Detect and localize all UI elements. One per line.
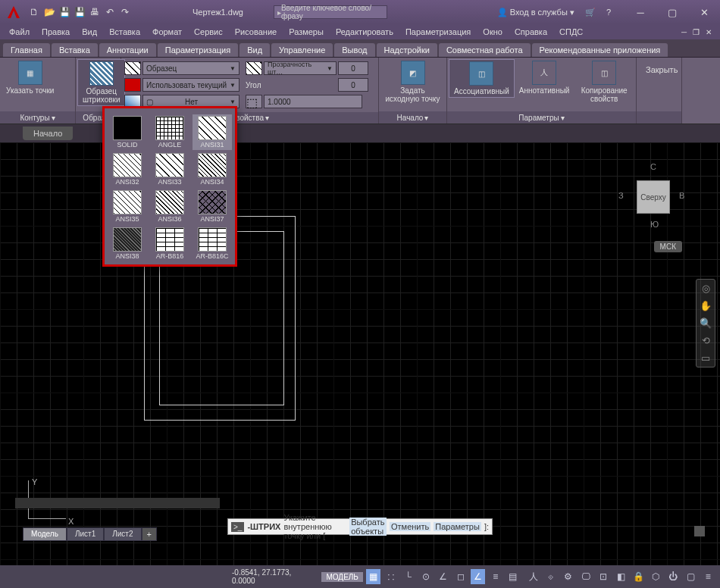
- nav-pan-icon[interactable]: ✋: [700, 300, 712, 311]
- menu-help[interactable]: Справка: [509, 26, 553, 38]
- sb-scale-icon[interactable]: ⟐: [543, 569, 558, 584]
- layout-sheet2[interactable]: Лист2: [104, 527, 141, 541]
- menu-view[interactable]: Вид: [76, 26, 103, 38]
- nav-zoom-icon[interactable]: 🔍: [700, 317, 712, 329]
- minimize-button[interactable]: ─: [625, 0, 656, 24]
- sb-ws-icon[interactable]: ⚙: [561, 569, 575, 584]
- sb-iso2-icon[interactable]: ⬡: [649, 569, 663, 584]
- hatch-color-dropdown[interactable]: Использовать текущий▼: [142, 78, 239, 92]
- scale-input[interactable]: [264, 95, 362, 108]
- sb-custom-icon[interactable]: ≡: [701, 569, 715, 584]
- sb-polar-icon[interactable]: ⊙: [418, 569, 433, 584]
- pattern-ansi35[interactable]: ANSI35: [108, 189, 147, 224]
- sb-transp-icon[interactable]: ▤: [506, 569, 520, 584]
- sb-otrack-icon[interactable]: ∠: [471, 569, 485, 584]
- associative-button[interactable]: ◫ Ассоциативный: [449, 59, 515, 98]
- sb-hw-icon[interactable]: ⏻: [666, 569, 681, 584]
- sb-qp-icon[interactable]: ◧: [614, 569, 628, 584]
- menu-format[interactable]: Формат: [146, 26, 188, 38]
- sb-iso-icon[interactable]: ∠: [436, 569, 450, 584]
- tab-home[interactable]: Главная: [3, 43, 50, 57]
- print-icon[interactable]: 🖶: [88, 5, 102, 19]
- viewcube[interactable]: С Ю З В Сверху: [614, 158, 690, 233]
- tab-featured[interactable]: Рекомендованные приложения: [532, 43, 668, 57]
- signin-button[interactable]: 👤 Вход в службы ▾: [494, 8, 578, 17]
- app-logo[interactable]: [3, 2, 24, 23]
- nav-wheel-icon[interactable]: ◎: [702, 283, 710, 294]
- doc-min-icon[interactable]: ─: [679, 28, 689, 36]
- menu-insert[interactable]: Вставка: [103, 26, 146, 38]
- menu-draw[interactable]: Рисование: [229, 26, 283, 38]
- command-line[interactable]: >_ -ШТРИХ Укажите внутреннюю точку или […: [227, 518, 493, 535]
- menu-window[interactable]: Окно: [477, 26, 509, 38]
- open-icon[interactable]: 📂: [42, 5, 56, 19]
- pattern-ansi37[interactable]: ANSI37: [193, 189, 232, 224]
- new-icon[interactable]: 🗋: [27, 5, 41, 19]
- start-tab[interactable]: Начало: [23, 127, 73, 140]
- doc-close-icon[interactable]: ✕: [703, 28, 714, 36]
- sb-snap-icon[interactable]: ⸬: [383, 569, 398, 584]
- hatch-type-dropdown[interactable]: Образец▼: [142, 61, 239, 75]
- layout-model[interactable]: Модель: [23, 527, 67, 541]
- viewcube-s[interactable]: Ю: [650, 220, 659, 229]
- mode-badge[interactable]: МОДЕЛЬ: [321, 572, 362, 582]
- doc-restore-icon[interactable]: ❐: [690, 28, 702, 36]
- scroll-handle[interactable]: [15, 498, 220, 508]
- close-button[interactable]: ✕: [688, 0, 720, 24]
- tab-output[interactable]: Вывод: [334, 43, 374, 57]
- sb-lock-icon[interactable]: 🔒: [631, 569, 646, 584]
- menu-file[interactable]: Файл: [3, 26, 36, 38]
- layout-add[interactable]: +: [142, 527, 157, 541]
- pattern-ansi36[interactable]: ANSI36: [150, 189, 189, 224]
- search-input[interactable]: ▸ Введите ключевое слово/фразу: [274, 5, 387, 19]
- angle-input[interactable]: [338, 78, 368, 92]
- menu-dimension[interactable]: Размеры: [283, 26, 330, 38]
- pattern-solid[interactable]: SOLID: [108, 114, 147, 150]
- match-props-button[interactable]: ◫ Копирование свойств: [574, 59, 634, 105]
- undo-icon[interactable]: ↶: [103, 5, 117, 19]
- sb-osnap-icon[interactable]: ◻: [453, 569, 468, 584]
- tab-annotate[interactable]: Аннотации: [99, 43, 156, 57]
- menu-edit[interactable]: Правка: [36, 26, 76, 38]
- pattern-ansi31[interactable]: ANSI31: [193, 114, 232, 150]
- tab-collab[interactable]: Совместная работа: [439, 43, 531, 57]
- menu-tools[interactable]: Сервис: [188, 26, 229, 38]
- tab-insert[interactable]: Вставка: [52, 43, 98, 57]
- save-icon[interactable]: 💾: [58, 5, 71, 19]
- cmd-opt-settings[interactable]: Параметры: [434, 522, 481, 531]
- viewcube-top[interactable]: Сверху: [637, 180, 670, 214]
- tab-view[interactable]: Вид: [239, 43, 270, 57]
- panel-contours-label[interactable]: Контуры ▾: [0, 111, 75, 124]
- pattern-ansi38[interactable]: ANSI38: [108, 226, 147, 261]
- tab-addins[interactable]: Надстройки: [377, 43, 437, 57]
- layout-sheet1[interactable]: Лист1: [67, 527, 104, 541]
- maximize-button[interactable]: ▢: [656, 0, 688, 24]
- pattern-ansi32[interactable]: ANSI32: [108, 152, 147, 187]
- tab-parametric[interactable]: Параметризация: [158, 43, 238, 57]
- pattern-ansi33[interactable]: ANSI33: [150, 152, 189, 187]
- coordinates[interactable]: -0.8541, 27.1773, 0.0000: [232, 568, 312, 585]
- redo-icon[interactable]: ↷: [118, 5, 132, 19]
- sb-ortho-icon[interactable]: └: [401, 569, 415, 584]
- pattern-angle[interactable]: ANGLE: [150, 114, 189, 150]
- viewcube-n[interactable]: С: [650, 162, 656, 171]
- panel-origin-label[interactable]: Начало ▾: [379, 111, 446, 124]
- annotative-button[interactable]: 人 Аннотативный: [515, 59, 574, 96]
- pattern-arb816[interactable]: AR-B816: [150, 226, 189, 261]
- sb-grid-icon[interactable]: ▦: [366, 569, 380, 584]
- pick-points-button[interactable]: ▦ Указать точки: [2, 59, 58, 96]
- saveas-icon[interactable]: 💾: [73, 5, 86, 19]
- viewcube-e[interactable]: В: [679, 191, 684, 200]
- exchange-icon[interactable]: 🛒: [582, 8, 599, 17]
- hatch-pattern-button[interactable]: Образец штриховки: [77, 59, 125, 106]
- set-origin-button[interactable]: ◩ Задать исходную точку: [380, 59, 445, 105]
- close-hatch-button[interactable]: Закрыть: [638, 59, 685, 80]
- menu-parametric[interactable]: Параметризация: [399, 26, 477, 38]
- nav-orbit-icon[interactable]: ⟲: [702, 335, 710, 346]
- tab-manage[interactable]: Управление: [271, 43, 333, 57]
- transparency-dropdown[interactable]: Прозрачность шт…▼: [264, 61, 337, 75]
- sb-units-icon[interactable]: ⊡: [596, 569, 611, 584]
- menu-modify[interactable]: Редактировать: [330, 26, 399, 38]
- pattern-arb816c[interactable]: AR-B816C: [193, 226, 232, 261]
- wcs-badge[interactable]: МСК: [654, 241, 682, 252]
